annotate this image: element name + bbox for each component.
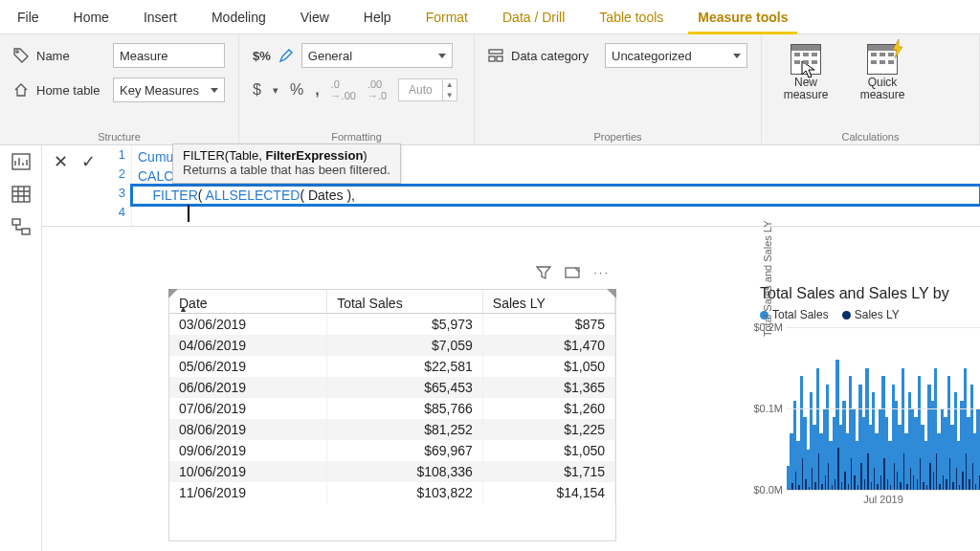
svg-rect-3 <box>497 56 502 61</box>
group-label-formatting: Formatting <box>253 127 460 143</box>
commit-formula-button[interactable]: ✓ <box>81 151 96 172</box>
table-row[interactable]: 09/06/2019$69,967$1,050 <box>169 440 615 461</box>
format-prefix-icon: $% <box>253 49 271 63</box>
ribbon-group-calculations: New measure Quick measure Calculations <box>762 34 980 144</box>
menu-item-help[interactable]: Help <box>346 0 409 33</box>
report-view-icon[interactable] <box>11 153 31 170</box>
menu-item-table-tools[interactable]: Table tools <box>582 0 680 33</box>
menu-item-measure-tools[interactable]: Measure tools <box>680 0 805 33</box>
menu-item-insert[interactable]: Insert <box>126 0 194 33</box>
measure-name-input[interactable]: Measure <box>113 43 225 68</box>
ribbon-group-properties: Data category Uncategorized Properties <box>475 34 762 144</box>
table-row[interactable]: 03/06/2019$5,973$875 <box>169 314 615 336</box>
data-category-dropdown[interactable]: Uncategorized <box>605 43 747 68</box>
model-view-icon[interactable] <box>11 218 31 235</box>
data-category-icon <box>488 48 503 63</box>
menu-item-format[interactable]: Format <box>409 0 485 33</box>
svg-rect-1 <box>489 50 502 54</box>
chart-y-axis-label: Total Sales and Sales LY <box>762 221 773 337</box>
ribbon: Name Measure Home table Key Measures Str… <box>0 34 980 145</box>
table-header[interactable]: Date▲ <box>169 290 327 314</box>
more-options-icon[interactable]: ··· <box>593 265 610 280</box>
svg-point-0 <box>16 51 18 53</box>
group-label-properties: Properties <box>488 127 747 143</box>
chart-visual[interactable]: Total Sales and Sales LY by Total SalesS… <box>760 285 980 505</box>
menu-item-file[interactable]: File <box>0 0 56 33</box>
decimal-places-stepper[interactable]: Auto ▲▼ <box>398 78 457 101</box>
intellisense-tooltip: FILTER(Table, FilterExpression) Returns … <box>172 143 401 184</box>
svg-rect-7 <box>22 229 30 234</box>
format-dropdown[interactable]: General <box>301 43 453 68</box>
menu-item-data-drill[interactable]: Data / Drill <box>485 0 582 33</box>
calculator-icon <box>791 44 821 75</box>
table-row[interactable]: 07/06/2019$85,766$1,260 <box>169 398 615 419</box>
formula-bar: ✕ ✓ 1234 FILTER(Table, FilterExpression)… <box>42 145 980 227</box>
table-header[interactable]: Sales LY <box>482 290 614 314</box>
percent-button[interactable]: % <box>290 81 303 99</box>
svg-rect-5 <box>12 187 30 202</box>
calculator-icon <box>867 44 898 75</box>
table-row[interactable]: 05/06/2019$22,581$1,050 <box>169 356 615 377</box>
pencil-icon <box>278 48 294 63</box>
ribbon-group-structure: Name Measure Home table Key Measures Str… <box>0 34 239 144</box>
table-row[interactable]: 11/06/2019$103,822$14,154 <box>169 482 615 503</box>
ribbon-group-formatting: $% General $ ▾ % , .0→.00 .00→.0 Auto ▲▼… <box>239 34 475 144</box>
menu-item-modeling[interactable]: Modeling <box>194 0 283 33</box>
table-visual[interactable]: ··· Date▲Total SalesSales LY 03/06/2019$… <box>168 289 616 541</box>
group-label-calculations: Calculations <box>775 127 966 143</box>
table-header[interactable]: Total Sales <box>327 290 483 314</box>
table-row[interactable]: 06/06/2019$65,453$1,365 <box>169 377 615 398</box>
currency-button[interactable]: $ <box>253 81 261 99</box>
work-area: ✕ ✓ 1234 FILTER(Table, FilterExpression)… <box>0 145 980 551</box>
menu-item-view[interactable]: View <box>283 0 346 33</box>
name-label: Name <box>36 49 105 63</box>
svg-rect-6 <box>12 219 20 225</box>
data-category-label: Data category <box>511 49 597 63</box>
table-row[interactable]: 08/06/2019$81,252$1,225 <box>169 419 615 440</box>
view-rail <box>0 145 42 551</box>
menu-bar: FileHomeInsertModelingViewHelpFormatData… <box>0 0 980 34</box>
home-table-label: Home table <box>36 83 105 98</box>
tag-icon <box>13 48 29 63</box>
quick-measure-button[interactable]: Quick measure <box>852 44 913 101</box>
svg-rect-2 <box>489 56 495 61</box>
chart-x-axis-label: Jul 2019 <box>787 494 980 505</box>
chart-title: Total Sales and Sales LY by <box>760 285 980 302</box>
formula-editor[interactable]: FILTER(Table, FilterExpression) Returns … <box>132 145 980 226</box>
data-table: Date▲Total SalesSales LY 03/06/2019$5,97… <box>169 290 615 503</box>
chart-plot-area: Total Sales and Sales LY $0.2M$0.1M$0.0M <box>787 327 980 490</box>
menu-item-home[interactable]: Home <box>56 0 126 33</box>
table-row[interactable]: 10/06/2019$108,336$1,715 <box>169 461 615 482</box>
legend-item: Sales LY <box>842 308 900 321</box>
table-header-row: Date▲Total SalesSales LY <box>169 290 615 314</box>
focus-mode-icon[interactable] <box>565 265 580 280</box>
line-gutter: 1234 <box>107 145 132 226</box>
chart-legend: Total SalesSales LY <box>760 308 980 321</box>
thousands-button[interactable]: , <box>315 81 319 99</box>
new-measure-button[interactable]: New measure <box>775 44 836 101</box>
filter-icon[interactable] <box>536 265 551 280</box>
report-canvas: ✕ ✓ 1234 FILTER(Table, FilterExpression)… <box>42 145 980 551</box>
table-row[interactable]: 04/06/2019$7,059$1,470 <box>169 335 615 356</box>
group-label-structure: Structure <box>13 127 225 143</box>
cancel-formula-button[interactable]: ✕ <box>54 151 68 172</box>
home-icon <box>13 82 29 98</box>
decrease-decimals-button[interactable]: .00→.0 <box>368 78 387 101</box>
data-view-icon[interactable] <box>11 186 31 203</box>
increase-decimals-button[interactable]: .0→.00 <box>331 78 356 101</box>
home-table-dropdown[interactable]: Key Measures <box>113 77 225 102</box>
